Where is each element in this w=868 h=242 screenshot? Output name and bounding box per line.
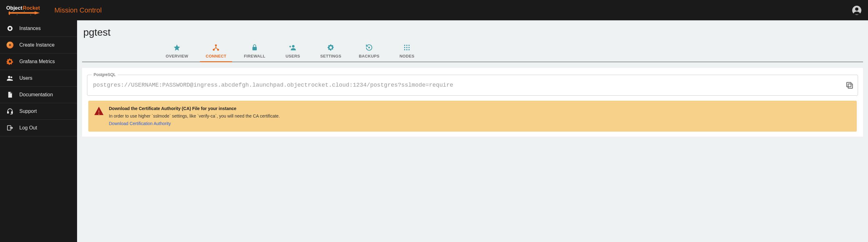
tab-users[interactable]: USERS	[274, 41, 311, 61]
svg-rect-16	[11, 112, 13, 113]
main-content: pgtest OVERVIEW CONNECT FIREWALL	[77, 20, 868, 242]
svg-point-18	[215, 45, 217, 46]
sidebar-item-grafana[interactable]: Grafana Metrics	[0, 53, 77, 70]
connect-card: PostgreSQL postgres://USERNAME:PASSWORD@…	[82, 68, 863, 137]
warning-icon	[94, 106, 104, 115]
svg-text:Object: Object	[6, 5, 23, 10]
copy-icon[interactable]	[845, 81, 854, 90]
gear-icon	[6, 58, 14, 65]
svg-point-7	[24, 11, 25, 11]
svg-point-13	[8, 76, 10, 78]
svg-point-22	[292, 45, 294, 48]
connection-fieldset: PostgreSQL postgres://USERNAME:PASSWORD@…	[87, 75, 858, 96]
svg-point-29	[408, 47, 410, 48]
svg-point-30	[404, 49, 405, 50]
tab-label: NODES	[399, 54, 414, 58]
settings-icon	[327, 44, 335, 51]
sidebar-item-label: Users	[19, 75, 32, 81]
svg-point-31	[406, 49, 407, 50]
svg-point-32	[408, 49, 410, 50]
sidebar-item-logout[interactable]: Log Out	[0, 120, 77, 136]
sidebar: Instances + Create Instance Grafana Metr…	[0, 20, 77, 242]
svg-point-28	[406, 47, 407, 48]
objectrocket-logo: Object Rocket	[6, 4, 48, 16]
tab-firewall[interactable]: FIREWALL	[235, 41, 274, 61]
svg-text:Rocket: Rocket	[23, 5, 40, 10]
tab-label: CONNECT	[206, 54, 226, 58]
sidebar-item-label: Support	[19, 108, 37, 114]
download-ca-link[interactable]: Download Certification Authority	[109, 121, 170, 126]
svg-point-26	[408, 45, 410, 46]
star-icon	[173, 44, 181, 51]
sidebar-item-documentation[interactable]: Documentation	[0, 87, 77, 103]
add-user-icon	[289, 44, 297, 51]
tab-label: BACKUPS	[359, 54, 379, 58]
tab-bar: OVERVIEW CONNECT FIREWALL USERS	[82, 41, 863, 62]
app-subtitle: Mission Control	[54, 6, 102, 15]
headset-icon	[6, 108, 14, 115]
instances-icon	[6, 25, 14, 32]
svg-rect-21	[252, 47, 257, 50]
account-icon[interactable]	[852, 5, 862, 15]
sidebar-item-label: Log Out	[19, 125, 37, 131]
restore-icon	[365, 44, 373, 51]
alert-body: Download the Certificate Authority (CA) …	[109, 105, 280, 127]
nodes-icon	[403, 44, 411, 51]
tab-overview[interactable]: OVERVIEW	[157, 41, 197, 61]
document-icon	[6, 91, 14, 99]
sidebar-item-users[interactable]: Users	[0, 70, 77, 87]
tab-settings[interactable]: SETTINGS	[311, 41, 350, 61]
alert-text: In order to use higher `sslmode` setting…	[109, 112, 280, 120]
tab-nodes[interactable]: NODES	[388, 41, 426, 61]
tab-backups[interactable]: BACKUPS	[350, 41, 388, 61]
page-title: pgtest	[83, 27, 863, 38]
svg-rect-15	[7, 112, 9, 113]
svg-point-27	[404, 47, 405, 48]
users-icon	[6, 74, 14, 82]
svg-point-10	[855, 7, 859, 10]
connect-icon	[212, 44, 220, 51]
tab-label: FIREWALL	[244, 54, 266, 58]
svg-point-8	[30, 15, 31, 15]
lock-icon	[251, 44, 258, 51]
topbar: Object Rocket Mission Control	[0, 0, 868, 20]
svg-point-12	[9, 27, 11, 29]
tab-label: USERS	[285, 54, 300, 58]
svg-point-5	[12, 11, 13, 12]
sidebar-item-create-instance[interactable]: + Create Instance	[0, 37, 77, 53]
logo-block: Object Rocket Mission Control	[6, 4, 102, 16]
ca-alert: Download the Certificate Authority (CA) …	[88, 101, 857, 132]
sidebar-item-label: Grafana Metrics	[19, 59, 55, 64]
connection-string[interactable]: postgres://USERNAME:PASSWORD@ingress.abc…	[93, 82, 840, 88]
plus-icon: +	[6, 41, 14, 49]
svg-rect-3	[9, 12, 35, 14]
sidebar-item-instances[interactable]: Instances	[0, 20, 77, 37]
tab-label: OVERVIEW	[166, 54, 188, 58]
svg-rect-33	[848, 84, 852, 88]
svg-point-6	[17, 15, 18, 15]
svg-point-14	[10, 77, 12, 79]
tab-label: SETTINGS	[320, 54, 341, 58]
svg-point-23	[369, 47, 370, 48]
sidebar-item-label: Create Instance	[19, 42, 55, 48]
sidebar-item-support[interactable]: Support	[0, 103, 77, 120]
sidebar-item-label: Documentation	[19, 92, 53, 98]
svg-marker-4	[35, 11, 40, 15]
alert-title: Download the Certificate Authority (CA) …	[109, 105, 280, 112]
svg-rect-34	[847, 82, 851, 87]
svg-point-25	[406, 45, 407, 46]
tab-connect[interactable]: CONNECT	[197, 41, 235, 61]
logout-icon	[6, 124, 14, 132]
fieldset-legend: PostgreSQL	[92, 72, 118, 77]
svg-point-24	[404, 45, 405, 46]
sidebar-item-label: Instances	[19, 26, 40, 31]
